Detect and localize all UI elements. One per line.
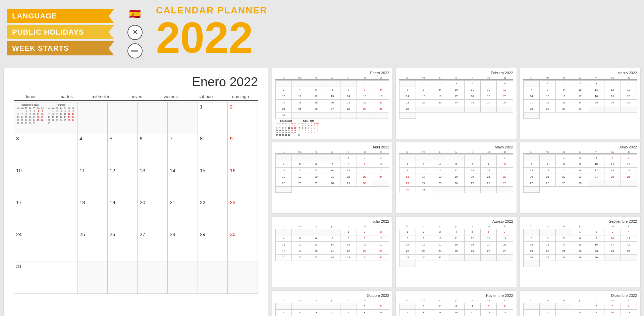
small-cal-card-11: Diciembre 2022lumamijuvisádo123456789101… — [520, 290, 641, 316]
small-cell: 3 — [416, 161, 432, 168]
small-cell: 23 — [357, 248, 373, 255]
small-cell: 11 — [465, 87, 481, 93]
small-cell: 25 — [588, 100, 604, 106]
small-cell: 19 — [292, 248, 308, 255]
small-cal-title-6: Julio 2022 — [275, 219, 389, 223]
holidays-ribbon[interactable]: PUBLIC HOLIDAYS — [7, 25, 114, 39]
big-cell: 29 — [198, 230, 228, 262]
small-weekdays-5: lumamijuvisádo — [523, 150, 637, 154]
small-cell — [524, 112, 540, 119]
small-cell: 1 — [399, 229, 416, 235]
small-cell: 27 — [524, 180, 540, 187]
small-cell: 24 — [588, 174, 604, 180]
small-cal-card-7: Agosto 2022lumamijuvisádo123456789101112… — [395, 216, 517, 288]
small-cell: 28 — [524, 106, 540, 112]
small-cell: 7 — [340, 310, 357, 316]
small-cell: 3 — [604, 303, 621, 310]
small-cell: 26 — [308, 106, 324, 112]
small-cell: 2 — [588, 303, 604, 310]
small-weekdays-3: lumamijuvisádo — [275, 150, 389, 154]
small-cell: 9 — [588, 310, 604, 316]
small-cell — [481, 155, 497, 161]
small-cell — [399, 261, 416, 267]
small-cell — [621, 180, 637, 187]
small-cell: 18 — [621, 242, 637, 248]
small-cell — [292, 155, 308, 161]
title-section: CALENDAR PLANNER 2022 — [156, 5, 267, 59]
small-cell: 10 — [448, 87, 464, 93]
small-cell: 28 — [399, 106, 416, 112]
small-cell: 20 — [324, 100, 340, 106]
small-cell — [292, 229, 308, 235]
week-ribbon[interactable]: WEEK STARTS — [7, 41, 114, 55]
small-grid-11: 1234567891011121314151617181920212223242… — [523, 303, 637, 316]
small-cell — [588, 106, 604, 112]
big-cell: 31 — [14, 262, 77, 294]
small-cal-card-10: Noviembre 2022lumamijuvisádo123456789101… — [395, 290, 517, 316]
big-cell: 4 — [77, 134, 108, 166]
small-cell: 1 — [416, 303, 432, 310]
small-cell: 7 — [556, 235, 572, 242]
small-cell: 7 — [324, 161, 340, 168]
small-cell: 16 — [416, 242, 432, 248]
big-cell — [138, 102, 168, 134]
small-cell: 22 — [340, 248, 357, 255]
labels-section: LANGUAGE PUBLIC HOLIDAYS WEEK STARTS — [7, 9, 114, 55]
small-cell: 9 — [399, 168, 416, 174]
small-cell: 27 — [481, 248, 497, 255]
small-cell — [276, 229, 292, 235]
small-cell: 23 — [556, 100, 572, 106]
small-cell: 22 — [540, 100, 556, 106]
small-cell: 18 — [448, 242, 464, 248]
small-cell: 11 — [448, 235, 464, 242]
small-cal-title-4: Mayo 2022 — [399, 145, 513, 149]
small-cell: 10 — [604, 235, 621, 242]
small-cell: 2 — [556, 81, 572, 87]
small-grid-1: 1234567891011121314151617181920212223242… — [399, 80, 513, 119]
small-cell: 5 — [292, 235, 308, 242]
small-cell — [540, 303, 556, 310]
small-grid-5: 1234567891011121314151617181920212223242… — [523, 154, 637, 193]
big-weekdays-row: lunesmartesmiércolesjuevesviernessábadod… — [14, 93, 258, 101]
big-calendar-enero: Enero 2022 lunesmartesmiércolesjuevesvie… — [3, 68, 268, 316]
small-cell: 8 — [497, 161, 513, 168]
small-cell — [432, 187, 448, 193]
small-cell: 27 — [540, 255, 556, 261]
small-cell: 25 — [292, 106, 308, 112]
small-cell: 5 — [308, 310, 324, 316]
small-grid-8: 1234567891011121314151617181920212223242… — [523, 229, 637, 267]
small-cell: 6 — [324, 87, 340, 93]
small-cell: 11 — [621, 310, 637, 316]
small-cell: 13 — [481, 235, 497, 242]
small-cell — [524, 261, 540, 267]
small-cell: 7 — [481, 161, 497, 168]
week-start-icon[interactable]: mon. — [127, 43, 143, 58]
language-ribbon[interactable]: LANGUAGE — [7, 9, 114, 23]
small-cell — [292, 303, 308, 310]
flag-icon[interactable]: 🇪🇸 — [127, 6, 143, 21]
small-cell: 16 — [432, 93, 448, 100]
small-cell: 26 — [621, 174, 637, 180]
small-cell: 26 — [292, 180, 308, 187]
small-cell — [432, 106, 448, 112]
small-cell: 8 — [540, 87, 556, 93]
big-grid: Diciembre 2021 LuMaMiJuViSáDo 12345 6789… — [14, 102, 258, 294]
small-cell: 24 — [448, 100, 464, 106]
small-cell: 25 — [465, 100, 481, 106]
holidays-toggle-icon[interactable]: ✕ — [127, 25, 143, 40]
small-cell: 29 — [572, 255, 588, 261]
small-cell: 11 — [588, 87, 604, 93]
big-cell: 9 — [228, 134, 258, 166]
small-cell — [308, 155, 324, 161]
small-cell: 20 — [621, 93, 637, 100]
small-cell — [416, 155, 432, 161]
small-cell: 18 — [588, 93, 604, 100]
small-cell: 16 — [357, 168, 373, 174]
small-cell — [308, 81, 324, 87]
small-cell: 7 — [497, 229, 513, 235]
big-cell: 25 — [77, 230, 108, 262]
small-cell — [416, 106, 432, 112]
small-cal-card-3: Abril 2022lumamijuvisádo1234567891011121… — [272, 142, 393, 214]
small-cal-title-2: Marzo 2022 — [523, 71, 637, 75]
small-cell: 17 — [416, 174, 432, 180]
